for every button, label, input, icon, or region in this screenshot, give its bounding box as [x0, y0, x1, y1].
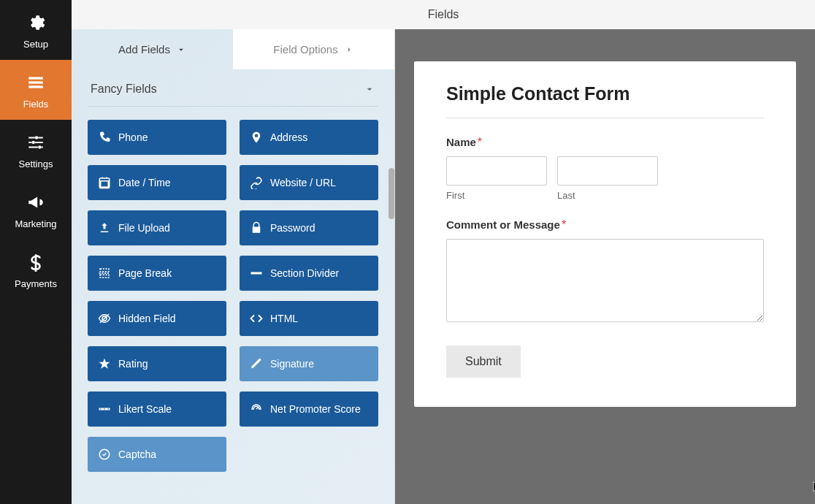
form-preview: Simple Contact Form Name* First Last: [414, 61, 796, 407]
sidebar-item-label: Payments: [15, 278, 57, 289]
svg-point-4: [32, 140, 35, 143]
hidden-field-icon: [98, 312, 111, 325]
svg-rect-1: [28, 81, 43, 83]
chevron-right-icon: [344, 45, 354, 55]
rating-icon: [98, 357, 111, 370]
sidebar-item-label: Fields: [23, 99, 49, 110]
svg-point-8: [104, 408, 105, 410]
svg-point-5: [38, 145, 41, 148]
page-title: Fields: [428, 8, 459, 21]
sidebar-item-label: Setup: [23, 39, 48, 50]
svg-point-7: [100, 408, 102, 410]
comment-textarea[interactable]: [446, 239, 764, 322]
field-type-signature[interactable]: Signature: [240, 346, 378, 381]
field-grid: PhoneAddressDate / TimeWebsite / URLFile…: [88, 120, 378, 472]
form-canvas[interactable]: Simple Contact Form Name* First Last: [395, 29, 815, 504]
form-title: Simple Contact Form: [446, 83, 764, 118]
sidebar: Setup Fields Settings Marketing Payments: [0, 0, 72, 504]
bullhorn-icon: [24, 191, 47, 214]
sliders-icon: [24, 131, 47, 154]
required-mark: *: [562, 218, 566, 231]
phone-icon: [98, 131, 111, 144]
field-type-label: Captcha: [118, 448, 156, 460]
submit-button[interactable]: Submit: [446, 345, 521, 378]
chevron-down-icon: [364, 83, 375, 95]
sidebar-item-payments[interactable]: Payments: [0, 240, 72, 299]
form-field-name[interactable]: Name* First Last: [446, 136, 764, 201]
fields-panel: Add Fields Field Options Fancy Fields Ph…: [72, 29, 395, 504]
section-fancy-fields[interactable]: Fancy Fields: [88, 69, 378, 107]
address-icon: [250, 131, 263, 144]
field-type-label: Address: [270, 131, 307, 143]
field-type-date-time[interactable]: Date / Time: [88, 165, 226, 200]
field-type-section-divider[interactable]: Section Divider: [240, 256, 378, 291]
field-type-address[interactable]: Address: [240, 120, 378, 155]
chevron-down-icon: [176, 45, 186, 55]
form-field-comment[interactable]: Comment or Message*: [446, 218, 764, 325]
field-type-file-upload[interactable]: File Upload: [88, 210, 226, 245]
captcha-icon: [98, 448, 111, 461]
field-label: Comment or Message: [446, 218, 560, 231]
sidebar-item-label: Settings: [19, 159, 53, 169]
section-title: Fancy Fields: [91, 83, 157, 96]
svg-point-9: [108, 408, 110, 410]
field-type-label: Hidden Field: [118, 313, 176, 324]
signature-icon: [250, 357, 263, 370]
field-type-html[interactable]: HTML: [240, 301, 378, 336]
field-type-hidden-field[interactable]: Hidden Field: [88, 301, 226, 336]
field-label: Name: [446, 136, 476, 148]
gear-icon: [24, 11, 47, 34]
field-type-label: Website / URL: [270, 177, 336, 188]
field-type-label: HTML: [270, 313, 298, 324]
tab-label: Field Options: [273, 43, 337, 56]
field-type-likert-scale[interactable]: Likert Scale: [88, 392, 226, 427]
sublabel-last: Last: [557, 190, 658, 201]
field-type-label: Password: [270, 222, 315, 234]
required-mark: *: [478, 136, 482, 148]
field-type-label: Signature: [270, 358, 314, 370]
file-upload-icon: [98, 221, 111, 234]
svg-rect-2: [28, 85, 43, 88]
svg-point-3: [35, 136, 38, 139]
field-type-rating[interactable]: Rating: [88, 346, 226, 381]
field-type-label: Phone: [118, 131, 148, 143]
panel-tabs: Add Fields Field Options: [72, 29, 394, 69]
tab-field-options[interactable]: Field Options: [233, 29, 394, 69]
field-type-label: Likert Scale: [118, 403, 172, 415]
field-type-password[interactable]: Password: [240, 210, 378, 245]
sidebar-item-fields[interactable]: Fields: [0, 60, 72, 120]
dollar-icon: [24, 251, 47, 274]
sidebar-item-label: Marketing: [15, 218, 56, 229]
first-name-input[interactable]: [446, 156, 547, 186]
scrollbar-thumb[interactable]: [389, 168, 394, 219]
sublabel-first: First: [446, 190, 547, 201]
field-type-label: Section Divider: [270, 267, 339, 279]
field-type-label: Date / Time: [118, 177, 171, 188]
sidebar-item-marketing[interactable]: Marketing: [0, 180, 72, 240]
list-icon: [24, 71, 47, 94]
net-promoter-score-icon: [250, 402, 263, 416]
tab-label: Add Fields: [118, 43, 170, 56]
date-time-icon: [98, 176, 111, 189]
field-type-website-url[interactable]: Website / URL: [240, 165, 378, 200]
field-type-label: Net Promoter Score: [270, 403, 361, 415]
section-divider-icon: [250, 267, 263, 280]
main: Fields Add Fields Field Options Fancy Fi…: [72, 0, 815, 504]
workspace: Add Fields Field Options Fancy Fields Ph…: [72, 29, 815, 504]
field-type-phone[interactable]: Phone: [88, 120, 226, 155]
html-icon: [250, 312, 263, 325]
sidebar-item-setup[interactable]: Setup: [0, 0, 72, 60]
page-header: Fields: [72, 0, 815, 29]
field-type-page-break[interactable]: Page Break: [88, 256, 226, 291]
field-type-label: Rating: [118, 358, 148, 370]
sidebar-item-settings[interactable]: Settings: [0, 120, 72, 180]
website-url-icon: [250, 176, 263, 189]
field-type-label: File Upload: [118, 222, 170, 234]
field-type-net-promoter-score[interactable]: Net Promoter Score: [240, 392, 378, 427]
last-name-input[interactable]: [557, 156, 658, 186]
password-icon: [250, 221, 263, 234]
tab-add-fields[interactable]: Add Fields: [72, 29, 233, 69]
panel-body[interactable]: Fancy Fields PhoneAddressDate / TimeWebs…: [72, 69, 394, 504]
field-type-label: Page Break: [118, 267, 172, 279]
field-type-captcha[interactable]: Captcha: [88, 437, 226, 472]
